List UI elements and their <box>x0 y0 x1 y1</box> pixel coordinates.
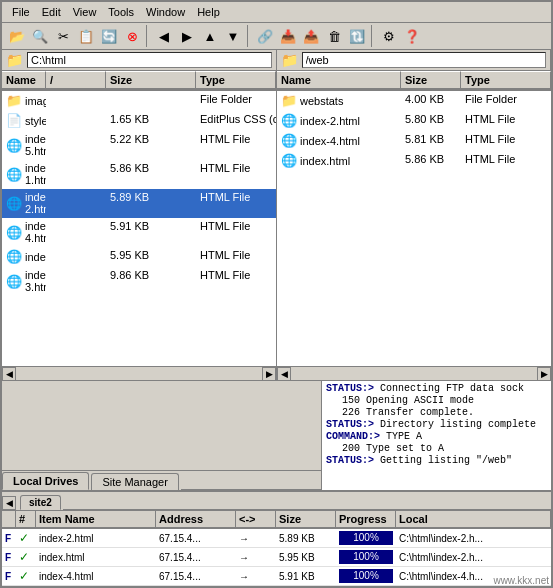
tab-site-manager[interactable]: Site Manager <box>91 473 178 490</box>
qcol-addr[interactable]: Address <box>156 511 236 527</box>
queue-row[interactable]: F ✓ index-2.html 67.15.4... → 5.89 KB 10… <box>2 529 551 548</box>
right-scroll-track[interactable] <box>291 368 537 380</box>
left-file-name: 🌐 index-5.html <box>2 132 46 158</box>
left-col-type[interactable]: Type <box>196 71 276 89</box>
qcol-size[interactable]: Size <box>276 511 336 527</box>
menu-tools[interactable]: Tools <box>102 4 140 20</box>
qcell-addr: 67.15.4... <box>156 550 236 565</box>
file-icon: 🌐 <box>6 225 22 240</box>
tb-down[interactable]: ▼ <box>222 25 244 47</box>
right-file-row[interactable]: 📁 webstats 4.00 KB File Folder <box>277 91 551 111</box>
log-message: TYPE A <box>386 431 422 442</box>
file-name-text: index-2.html <box>25 191 46 215</box>
menu-view[interactable]: View <box>67 4 103 20</box>
left-file-pane: Name / Size Type 📁 images File Folder 📄 … <box>2 71 277 380</box>
tb-download[interactable]: 📥 <box>277 25 299 47</box>
progress-bar: 100% <box>339 550 393 564</box>
file-size: 5.95 KB <box>106 248 196 265</box>
tb-search[interactable]: 🔍 <box>29 25 51 47</box>
tb-back[interactable]: ◀ <box>153 25 175 47</box>
queue-container: ◀ site2 # Item Name Address <-> Size Pro… <box>2 491 551 586</box>
left-col-name[interactable]: Name <box>2 71 46 89</box>
qcol-name[interactable]: Item Name <box>36 511 156 527</box>
right-folder-icon: 📁 <box>281 52 298 68</box>
right-file-row[interactable]: 🌐 index-4.html 5.81 KB HTML File <box>277 131 551 151</box>
qcol-0 <box>2 511 16 527</box>
queue-scroll-left[interactable]: ◀ <box>2 496 16 510</box>
right-file-row[interactable]: 🌐 index-2.html 5.80 KB HTML File <box>277 111 551 131</box>
queue-row[interactable]: F ✓ index.html 67.15.4... → 5.95 KB 100%… <box>2 548 551 567</box>
qcol-progress[interactable]: Progress <box>336 511 396 527</box>
file-icon: 📄 <box>6 113 22 128</box>
tb-stop[interactable]: ⊗ <box>121 25 143 47</box>
left-file-row[interactable]: 📁 images File Folder <box>2 91 276 111</box>
tb-cut[interactable]: ✂ <box>52 25 74 47</box>
check-icon: ✓ <box>19 550 29 564</box>
tb-delete[interactable]: 🗑 <box>323 25 345 47</box>
qcell-addr: 67.15.4... <box>156 569 236 584</box>
tb-connect[interactable]: 🔗 <box>254 25 276 47</box>
right-col-size[interactable]: Size <box>401 71 461 89</box>
left-scroll-left[interactable]: ◀ <box>2 367 16 381</box>
left-hscroll: ◀ ▶ <box>2 366 276 380</box>
left-file-row[interactable]: 🌐 index-5.html 5.22 KB HTML File <box>2 131 276 160</box>
qcol-dir[interactable]: <-> <box>236 511 276 527</box>
qcell-num: ✓ <box>16 567 36 585</box>
qcell-num: ✓ <box>16 529 36 547</box>
qcol-1[interactable]: # <box>16 511 36 527</box>
progress-bar: 100% <box>339 569 393 583</box>
file-slash <box>46 92 106 109</box>
left-scroll-track[interactable] <box>16 368 262 380</box>
log-left-panel: Local Drives Site Manager <box>2 381 322 490</box>
left-file-row[interactable]: 🌐 index-2.html 5.89 KB HTML File <box>2 189 276 218</box>
file-icon: 🌐 <box>281 153 297 168</box>
left-col-size[interactable]: Size <box>106 71 196 89</box>
left-file-row[interactable]: 🌐 index.html 5.95 KB HTML File <box>2 247 276 267</box>
right-address-input[interactable] <box>302 52 547 68</box>
right-scroll-right[interactable]: ▶ <box>537 367 551 381</box>
address-row: 📁 📁 <box>2 50 551 71</box>
file-slash <box>46 219 106 245</box>
tb-forward[interactable]: ▶ <box>176 25 198 47</box>
qcell-size: 5.91 KB <box>276 569 336 584</box>
file-slash <box>46 190 106 216</box>
right-col-type[interactable]: Type <box>461 71 551 89</box>
tb-up[interactable]: ▲ <box>199 25 221 47</box>
tb-open[interactable]: 📂 <box>6 25 28 47</box>
tab-site2[interactable]: site2 <box>20 495 61 510</box>
qcol-local[interactable]: Local <box>396 511 551 527</box>
right-col-name[interactable]: Name <box>277 71 401 89</box>
left-file-row[interactable]: 🌐 index-3.html 9.86 KB HTML File <box>2 267 276 296</box>
tb-refresh[interactable]: 🔄 <box>98 25 120 47</box>
log-message: Getting listing "/web" <box>380 455 512 466</box>
left-file-name: 📁 images <box>2 92 46 109</box>
qcell-progress: 100% <box>336 529 396 547</box>
left-address-input[interactable] <box>27 52 272 68</box>
menu-window[interactable]: Window <box>140 4 191 20</box>
left-file-row[interactable]: 🌐 index-4.html 5.91 KB HTML File <box>2 218 276 247</box>
tb-copy[interactable]: 📋 <box>75 25 97 47</box>
check-icon: ✓ <box>19 531 29 545</box>
left-file-row[interactable]: 🌐 index-1.html 5.86 KB HTML File <box>2 160 276 189</box>
tb-upload[interactable]: 📤 <box>300 25 322 47</box>
file-name-text: index-4.html <box>300 135 360 147</box>
left-scroll-right[interactable]: ▶ <box>262 367 276 381</box>
menu-help[interactable]: Help <box>191 4 226 20</box>
tb-sync[interactable]: 🔃 <box>346 25 368 47</box>
tab-local-drives[interactable]: Local Drives <box>2 472 89 490</box>
right-file-row[interactable]: 🌐 index.html 5.86 KB HTML File <box>277 151 551 171</box>
log-message: 150 Opening ASCII mode <box>342 395 474 406</box>
right-scroll-left[interactable]: ◀ <box>277 367 291 381</box>
file-size: 9.86 KB <box>106 268 196 294</box>
tb-settings[interactable]: ⚙ <box>378 25 400 47</box>
menu-edit[interactable]: Edit <box>36 4 67 20</box>
queue-row[interactable]: F ✓ index-4.html 67.15.4... → 5.91 KB 10… <box>2 567 551 586</box>
file-type: File Folder <box>461 92 551 109</box>
left-col-slash[interactable]: / <box>46 71 106 89</box>
tb-help[interactable]: ❓ <box>401 25 423 47</box>
file-icon: 🌐 <box>6 249 22 264</box>
right-file-list: 📁 webstats 4.00 KB File Folder 🌐 index-2… <box>277 91 551 366</box>
left-file-row[interactable]: 📄 style.css 1.65 KB EditPlus CSS (c... <box>2 111 276 131</box>
menu-file[interactable]: File <box>6 4 36 20</box>
log-entry: 150 Opening ASCII mode <box>326 395 547 406</box>
